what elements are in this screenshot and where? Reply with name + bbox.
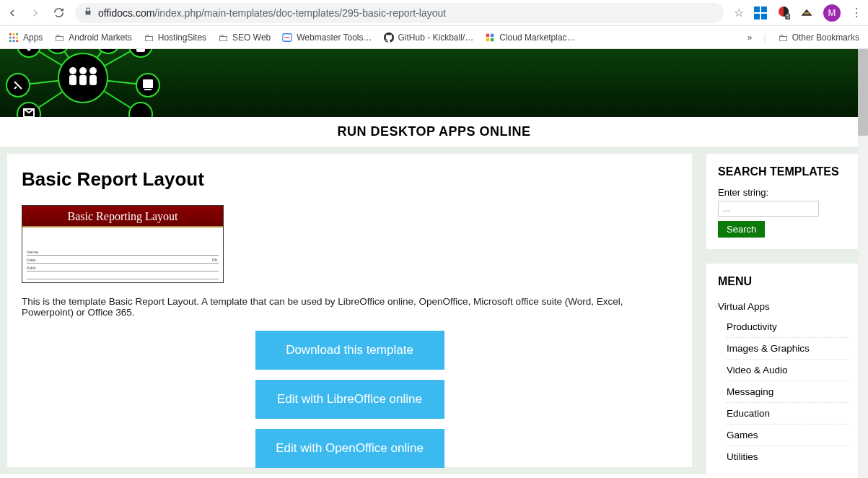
menu-item-messaging[interactable]: Messaging [727,381,849,402]
github-icon [384,32,394,43]
svg-rect-43 [144,89,152,90]
svg-rect-21 [491,38,494,40]
bookmark-label: Other Bookmarks [792,32,859,43]
scrollbar[interactable] [858,49,868,478]
content-wrap: Basic Report Layout Basic Reporting Layo… [0,147,868,474]
tagline: RUN DESKTOP APPS ONLINE [0,117,868,147]
bookmark-star-icon[interactable]: ☆ [734,6,744,19]
svg-rect-18 [486,33,489,36]
lock-icon [84,7,92,18]
svg-point-47 [79,67,87,74]
svg-point-9 [12,32,14,35]
search-button[interactable]: Search [718,221,765,238]
thumb-title: Basic Reporting Layout [22,206,223,227]
hero-banner [0,49,868,117]
svg-point-10 [16,32,18,35]
bookmark-label: Android Markets [69,32,131,43]
bookmark-label: GitHub - Kickball/… [398,32,474,43]
profile-avatar[interactable]: M [823,4,841,22]
svg-point-12 [12,36,14,38]
svg-rect-2 [754,14,760,19]
bookmark-label: Webmaster Tools… [297,32,372,43]
svg-rect-1 [761,6,767,12]
back-button[interactable] [6,6,19,19]
menu-item-games[interactable]: Games [727,424,849,446]
svg-rect-3 [761,14,767,19]
edit-libreoffice-button[interactable]: Edit with LibreOffice online [255,380,444,419]
folder-icon: 🗀 [778,32,788,43]
address-bar[interactable]: offidocs.com/index.php/main-templates/do… [75,3,724,23]
apps-icon [9,32,19,43]
svg-point-45 [69,67,76,74]
folder-icon: 🗀 [218,32,228,43]
scrollbar-thumb[interactable] [858,49,868,136]
url-text: offidocs.com/index.php/main-templates/do… [98,7,446,19]
browser-toolbar: offidocs.com/index.php/main-templates/do… [0,0,868,26]
menu-item-virtual-apps[interactable]: Virtual Apps [718,297,849,316]
svg-rect-42 [143,79,153,88]
menu-item-productivity[interactable]: Productivity [727,316,849,337]
bookmark-hosting-sites[interactable]: 🗀HostingSites [144,32,206,43]
svg-rect-7 [805,12,809,14]
svg-point-16 [16,40,18,42]
page-viewport: RUN DESKTOP APPS ONLINE Basic Report Lay… [0,49,868,478]
hero-graphic-icon [0,49,166,117]
main-column: Basic Report Layout Basic Reporting Layo… [7,154,692,467]
search-label: Enter string: [718,187,849,198]
bookmark-apps[interactable]: Apps [9,32,43,43]
template-thumbnail[interactable]: Basic Reporting Layout Name DatePh. Addr [22,205,224,283]
menu-box: MENU Virtual Apps Productivity Images & … [706,264,861,478]
bookmarks-overflow-icon[interactable]: » [748,32,753,43]
svg-point-13 [16,36,18,38]
svg-rect-41 [136,49,145,52]
folder-icon: 🗀 [54,32,64,43]
svg-rect-50 [89,75,97,85]
extension-icon-1[interactable] [754,6,767,19]
svg-rect-0 [754,6,760,12]
download-template-button[interactable]: Download this template [255,331,444,370]
svg-point-37 [129,103,152,117]
bookmark-cloud-marketplace[interactable]: Cloud Marketplac… [485,32,575,43]
bookmark-label: SEO Web [232,32,271,43]
sidebar: SEARCH TEMPLATES Enter string: Search ME… [706,154,861,467]
template-description: This is the template Basic Report Layout… [22,296,678,318]
svg-point-11 [9,36,12,38]
menu-item-education[interactable]: Education [727,402,849,424]
search-heading: SEARCH TEMPLATES [718,165,849,178]
toolbar-right: ☆ 5 M ⋮ [734,4,862,22]
bookmark-seo-web[interactable]: 🗀SEO Web [218,32,271,43]
other-bookmarks[interactable]: 🗀Other Bookmarks [778,32,859,43]
svg-rect-20 [486,38,489,40]
bookmarks-bar: Apps 🗀Android Markets 🗀HostingSites 🗀SEO… [0,26,868,49]
thumb-body: Name DatePh. Addr [22,227,223,282]
menu-item-video-audio[interactable]: Video & Audio [727,359,849,381]
webmaster-icon [282,32,292,43]
svg-rect-46 [69,75,76,85]
cloud-icon [485,32,495,43]
menu-item-utilities[interactable]: Utilities [727,446,849,467]
bookmark-webmaster-tools[interactable]: Webmaster Tools… [282,32,372,43]
svg-point-15 [12,40,14,42]
bookmark-label: Cloud Marketplac… [499,32,575,43]
svg-point-14 [9,40,12,42]
bookmark-label: Apps [23,32,43,43]
action-buttons: Download this template Edit with LibreOf… [22,331,678,468]
search-templates-box: SEARCH TEMPLATES Enter string: Search [706,154,861,249]
forward-button[interactable] [29,6,42,19]
svg-point-8 [9,32,12,35]
menu-item-images-graphics[interactable]: Images & Graphics [727,337,849,359]
folder-icon: 🗀 [144,32,154,43]
extension-icon-3[interactable] [800,6,813,19]
bookmark-github[interactable]: GitHub - Kickball/… [384,32,474,43]
extension-icon-2[interactable]: 5 [777,6,790,19]
svg-rect-19 [491,33,494,36]
menu-kebab-icon[interactable]: ⋮ [851,6,862,19]
reload-button[interactable] [52,6,65,19]
svg-text:5: 5 [786,14,789,19]
bookmark-label: HostingSites [158,32,206,43]
page-title: Basic Report Layout [22,168,678,191]
edit-openoffice-button[interactable]: Edit with OpenOffice online [255,429,444,468]
svg-point-49 [89,67,97,74]
bookmark-android-markets[interactable]: 🗀Android Markets [54,32,131,43]
search-input[interactable] [718,201,819,217]
